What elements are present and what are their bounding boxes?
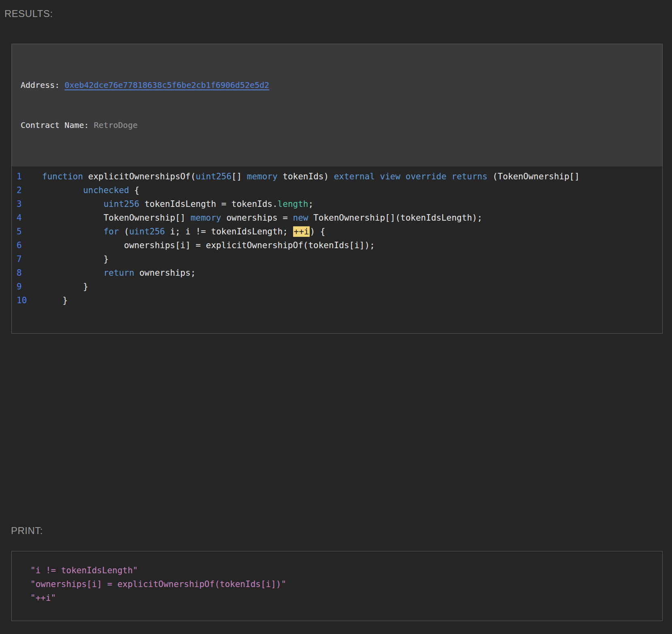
code-line-text: for (uint256 i; i != tokenIdsLength; ++i… — [42, 225, 325, 238]
code-line: 9 } — [12, 280, 662, 294]
print-output-box: "i != tokenIdsLength""ownerships[i] = ex… — [11, 551, 663, 621]
code-token: { — [129, 185, 139, 195]
code-line-text: ownerships[i] = explicitOwnershipOf(toke… — [42, 238, 375, 252]
contract-name-value: RetroDoge — [94, 120, 138, 130]
code-token: ) { — [310, 227, 325, 236]
code-line: 1function explicitOwnershipsOf(uint256[]… — [12, 170, 662, 183]
line-number: 8 — [12, 266, 42, 280]
code-token: ownerships[i] = explicitOwnershipOf(toke… — [42, 240, 375, 250]
code-token: view — [380, 172, 401, 181]
code-line-text: function explicitOwnershipsOf(uint256[] … — [42, 170, 580, 183]
line-number: 7 — [12, 252, 42, 266]
code-token: ownerships = — [221, 213, 293, 223]
line-number: 6 — [12, 238, 42, 252]
code-token: (TokenOwnership[] — [487, 172, 580, 181]
print-section-label: PRINT: — [11, 525, 43, 536]
code-token: i; i != tokenIdsLength; — [165, 227, 293, 236]
code-token — [42, 268, 104, 278]
code-token: } — [42, 296, 68, 305]
code-token — [375, 172, 380, 181]
address-row: Address: 0xeb42dce76e77818638c5f6be2cb1f… — [21, 79, 658, 92]
code-line: 7 } — [12, 252, 662, 266]
code-line: 6 ownerships[i] = explicitOwnershipOf(to… — [12, 238, 662, 252]
code-line: 4 TokenOwnership[] memory ownerships = n… — [12, 211, 662, 225]
code-token — [42, 185, 83, 195]
contract-name-label: Contract Name: — [21, 120, 94, 130]
code-line: 2 unchecked { — [12, 183, 662, 197]
print-output-line: "++i" — [30, 591, 658, 605]
line-number: 5 — [12, 225, 42, 238]
print-output-line: "ownerships[i] = explicitOwnershipOf(tok… — [30, 577, 658, 591]
code-line: 8 return ownerships; — [12, 266, 662, 280]
line-number: 1 — [12, 170, 42, 183]
code-token: [] — [232, 172, 247, 181]
result-card: Address: 0xeb42dce76e77818638c5f6be2cb1f… — [11, 44, 663, 334]
code-token: } — [42, 254, 108, 264]
code-token: unchecked — [83, 185, 129, 195]
code-line-text: } — [42, 252, 108, 266]
code-token — [42, 227, 104, 236]
code-token: memory — [247, 172, 278, 181]
code-token: for — [104, 227, 119, 236]
contract-address-link[interactable]: 0xeb42dce76e77818638c5f6be2cb1f6906d52e5… — [64, 80, 269, 90]
code-line-text: return ownerships; — [42, 266, 196, 280]
code-token: function — [42, 172, 83, 181]
code-token: tokenIdsLength = tokenIds. — [139, 199, 277, 209]
code-token: external — [334, 172, 375, 181]
code-token: override — [406, 172, 447, 181]
code-token — [447, 172, 452, 181]
results-section-label: RESULTS: — [4, 8, 53, 19]
code-token: uint256 — [129, 227, 165, 236]
code-line-text: uint256 tokenIdsLength = tokenIds.length… — [42, 197, 313, 211]
code-token: memory — [191, 213, 221, 223]
code-token — [400, 172, 406, 181]
contract-name-row: Contract Name: RetroDoge — [21, 119, 658, 132]
code-token: return — [104, 268, 134, 278]
code-token: ( — [119, 227, 129, 236]
line-number: 10 — [12, 294, 42, 307]
code-block: 1function explicitOwnershipsOf(uint256[]… — [12, 166, 662, 333]
line-number: 9 — [12, 280, 42, 294]
code-line-text: TokenOwnership[] memory ownerships = new… — [42, 211, 482, 225]
line-number: 3 — [12, 197, 42, 211]
code-token: ownerships; — [134, 268, 196, 278]
code-token: new — [293, 213, 308, 223]
line-number: 2 — [12, 183, 42, 197]
code-token: length — [278, 199, 308, 209]
code-token: TokenOwnership[](tokenIdsLength); — [308, 213, 482, 223]
code-line: 5 for (uint256 i; i != tokenIdsLength; +… — [12, 225, 662, 238]
code-token: returns — [452, 172, 488, 181]
code-token: TokenOwnership[] — [42, 213, 191, 223]
address-label: Address: — [21, 80, 64, 90]
result-card-header: Address: 0xeb42dce76e77818638c5f6be2cb1f… — [12, 44, 662, 166]
code-line: 3 uint256 tokenIdsLength = tokenIds.leng… — [12, 197, 662, 211]
code-token: ; — [308, 199, 313, 209]
code-line-text: } — [42, 280, 88, 294]
code-token: uint256 — [104, 199, 140, 209]
code-token — [42, 199, 104, 209]
code-token: uint256 — [196, 172, 232, 181]
code-line: 10 } — [12, 294, 662, 307]
code-line-text: unchecked { — [42, 183, 139, 197]
code-token: tokenIds) — [278, 172, 334, 181]
print-output-line: "i != tokenIdsLength" — [30, 564, 658, 577]
code-token: explicitOwnershipsOf( — [83, 172, 196, 181]
line-number: 4 — [12, 211, 42, 225]
code-token: } — [42, 282, 88, 291]
code-line-text: } — [42, 294, 68, 307]
search-match-highlight: ++i — [293, 226, 310, 237]
